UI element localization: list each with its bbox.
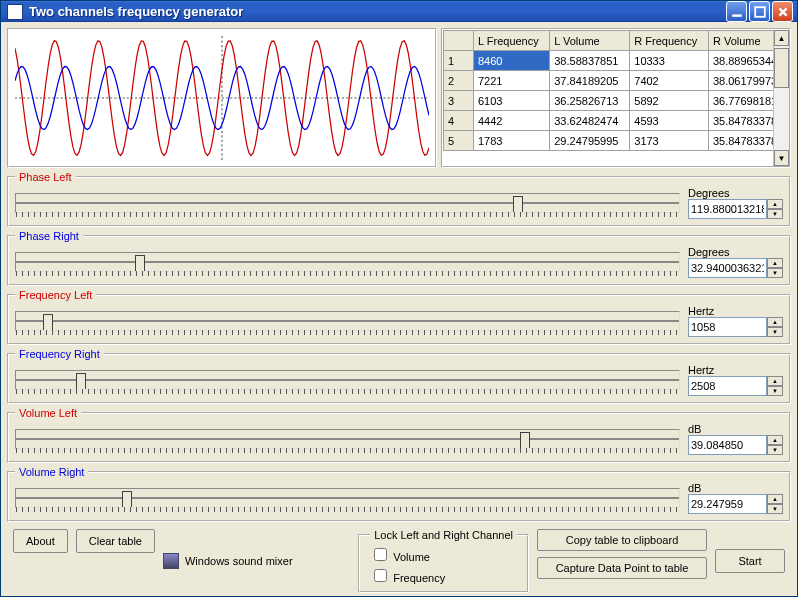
table-row[interactable]: 1846038.588378511033338.88965344: [444, 51, 789, 71]
cell-lfreq[interactable]: 6103: [474, 91, 550, 111]
freq-left-spin-down[interactable]: ▼: [767, 327, 783, 337]
about-button[interactable]: About: [13, 529, 68, 553]
scroll-up-icon[interactable]: ▲: [774, 30, 789, 46]
phase-right-input[interactable]: [688, 258, 767, 278]
freq-right-slider[interactable]: [15, 370, 680, 390]
minimize-button[interactable]: [726, 1, 747, 22]
cell-lvol[interactable]: 33.62482474: [550, 111, 630, 131]
cell-lvol[interactable]: 37.84189205: [550, 71, 630, 91]
phase-right-unit: Degrees: [688, 246, 783, 258]
freq-left-legend: Frequency Left: [15, 289, 96, 301]
vol-left-spin-down[interactable]: ▼: [767, 445, 783, 455]
cell-lfreq[interactable]: 8460: [474, 51, 550, 71]
data-table[interactable]: L Frequency L Volume R Frequency R Volum…: [441, 28, 791, 168]
row-header[interactable]: 5: [444, 131, 474, 151]
vol-left-unit: dB: [688, 423, 783, 435]
phase-left-unit: Degrees: [688, 187, 783, 199]
phase-right-spin-up[interactable]: ▲: [767, 258, 783, 268]
table-row[interactable]: 5178329.24795995317335.84783378: [444, 131, 789, 151]
scroll-thumb[interactable]: [774, 48, 789, 88]
cell-rfreq[interactable]: 10333: [630, 51, 709, 71]
lock-frequency-row[interactable]: Frequency: [370, 566, 517, 585]
clear-table-button[interactable]: Clear table: [76, 529, 155, 553]
vol-left-group: Volume Left dB ▲▼: [7, 407, 791, 463]
phase-left-slider[interactable]: [15, 193, 680, 213]
phase-left-input[interactable]: [688, 199, 767, 219]
vol-right-unit: dB: [688, 482, 783, 494]
lock-volume-checkbox[interactable]: [374, 548, 387, 561]
table-row[interactable]: 4444233.62482474459335.84783378: [444, 111, 789, 131]
vol-right-input[interactable]: [688, 494, 767, 514]
freq-right-spin-down[interactable]: ▼: [767, 386, 783, 396]
vol-left-spin-up[interactable]: ▲: [767, 435, 783, 445]
cell-lfreq[interactable]: 4442: [474, 111, 550, 131]
vol-right-thumb[interactable]: [122, 491, 132, 507]
table-scrollbar[interactable]: ▲ ▼: [773, 30, 789, 166]
svg-rect-0: [732, 14, 742, 16]
freq-left-thumb[interactable]: [43, 314, 53, 330]
phase-right-spin-down[interactable]: ▼: [767, 268, 783, 278]
freq-left-input[interactable]: [688, 317, 767, 337]
col-lfreq[interactable]: L Frequency: [474, 31, 550, 51]
client-area: L Frequency L Volume R Frequency R Volum…: [1, 22, 797, 597]
cell-lvol[interactable]: 38.58837851: [550, 51, 630, 71]
row-header[interactable]: 4: [444, 111, 474, 131]
vol-right-spin-down[interactable]: ▼: [767, 504, 783, 514]
cell-rfreq[interactable]: 7402: [630, 71, 709, 91]
vol-right-slider[interactable]: [15, 488, 680, 508]
mixer-label: Windows sound mixer: [185, 555, 293, 567]
freq-right-spin-up[interactable]: ▲: [767, 376, 783, 386]
phase-right-slider[interactable]: [15, 252, 680, 272]
row-header[interactable]: 2: [444, 71, 474, 91]
table-header-row: L Frequency L Volume R Frequency R Volum…: [444, 31, 789, 51]
lock-volume-row[interactable]: Volume: [370, 545, 517, 564]
copy-table-button[interactable]: Copy table to clipboard: [537, 529, 707, 551]
cell-lfreq[interactable]: 7221: [474, 71, 550, 91]
sound-mixer-link[interactable]: Windows sound mixer: [163, 529, 293, 593]
vol-right-legend: Volume Right: [15, 466, 88, 478]
freq-right-input[interactable]: [688, 376, 767, 396]
waveform-svg: [15, 36, 429, 160]
cell-rfreq[interactable]: 4593: [630, 111, 709, 131]
maximize-button[interactable]: [749, 1, 770, 22]
freq-left-slider[interactable]: [15, 311, 680, 331]
col-rfreq[interactable]: R Frequency: [630, 31, 709, 51]
app-window: Two channels frequency generator: [0, 0, 798, 597]
phase-right-legend: Phase Right: [15, 230, 83, 242]
phase-left-group: Phase Left Degrees ▲▼: [7, 171, 791, 227]
lock-volume-label: Volume: [393, 551, 430, 563]
start-button[interactable]: Start: [715, 549, 785, 573]
freq-right-unit: Hertz: [688, 364, 783, 376]
phase-right-thumb[interactable]: [135, 255, 145, 271]
cell-rfreq[interactable]: 3173: [630, 131, 709, 151]
close-button[interactable]: [772, 1, 793, 22]
freq-left-unit: Hertz: [688, 305, 783, 317]
col-lvol[interactable]: L Volume: [550, 31, 630, 51]
phase-left-spin-down[interactable]: ▼: [767, 209, 783, 219]
freq-right-legend: Frequency Right: [15, 348, 104, 360]
phase-left-legend: Phase Left: [15, 171, 76, 183]
freq-left-group: Frequency Left Hertz ▲▼: [7, 289, 791, 345]
cell-rfreq[interactable]: 5892: [630, 91, 709, 111]
phase-left-thumb[interactable]: [513, 196, 523, 212]
vol-left-input[interactable]: [688, 435, 767, 455]
vol-left-slider[interactable]: [15, 429, 680, 449]
titlebar: Two channels frequency generator: [1, 1, 797, 22]
row-header[interactable]: 1: [444, 51, 474, 71]
capture-point-button[interactable]: Capture Data Point to table: [537, 557, 707, 579]
waveform-panel: [7, 28, 437, 168]
table-row[interactable]: 3610336.25826713589236.77698181: [444, 91, 789, 111]
cell-lvol[interactable]: 29.24795995: [550, 131, 630, 151]
cell-lfreq[interactable]: 1783: [474, 131, 550, 151]
row-header[interactable]: 3: [444, 91, 474, 111]
freq-right-thumb[interactable]: [76, 373, 86, 389]
vol-right-spin-up[interactable]: ▲: [767, 494, 783, 504]
scroll-down-icon[interactable]: ▼: [774, 150, 789, 166]
table-row[interactable]: 2722137.84189205740238.06179973: [444, 71, 789, 91]
lock-frequency-checkbox[interactable]: [374, 569, 387, 582]
phase-left-spin-up[interactable]: ▲: [767, 199, 783, 209]
phase-right-group: Phase Right Degrees ▲▼: [7, 230, 791, 286]
cell-lvol[interactable]: 36.25826713: [550, 91, 630, 111]
freq-left-spin-up[interactable]: ▲: [767, 317, 783, 327]
vol-left-thumb[interactable]: [520, 432, 530, 448]
